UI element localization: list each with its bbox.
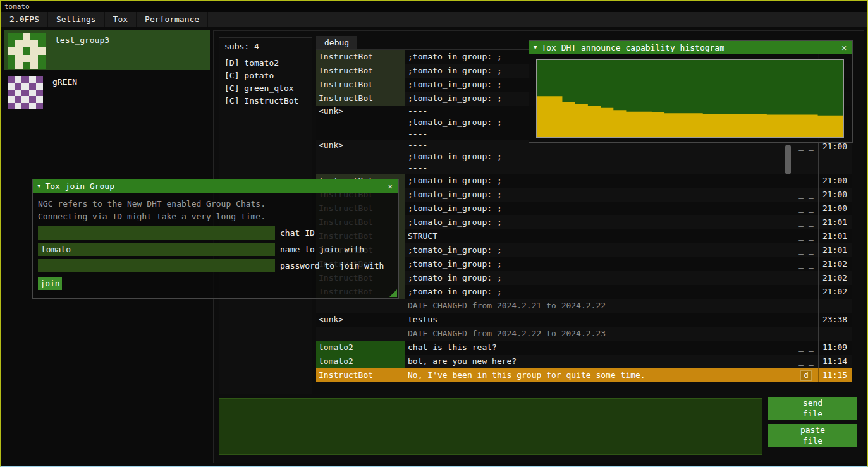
message-flags: _ _	[794, 202, 818, 215]
fps-counter: 2.0FPS	[1, 12, 48, 27]
message-text: ;tomato_in_group: ;	[405, 271, 794, 285]
collapse-arrow-icon[interactable]: ▼	[37, 179, 40, 193]
histogram-plot-svg	[537, 60, 843, 137]
join-name-label: name to join with	[280, 245, 364, 254]
message-timestamp: 21:02	[818, 285, 852, 299]
send-file-button[interactable]: send file	[768, 397, 857, 420]
message-timestamp: 11:09	[818, 341, 852, 355]
message-sender: tomato2	[316, 355, 405, 368]
chat-id-label: chat ID	[280, 228, 315, 238]
dht-histogram-body	[529, 54, 852, 142]
message-timestamp: 11:15	[818, 368, 852, 382]
collapse-arrow-icon[interactable]: ▼	[534, 41, 537, 54]
message-text: chat is this real?	[405, 341, 794, 355]
message-sender: <unk>	[316, 140, 405, 174]
paste-file-button-line2: file	[768, 435, 857, 446]
message-timestamp: 21:01	[818, 215, 852, 229]
menu-item-settings[interactable]: Settings	[48, 12, 105, 27]
chat-message-row[interactable]: DATE CHANGED from 2024.2.21 to 2024.2.22	[316, 299, 852, 313]
chat-message-row[interactable]: InstructBot No, I've been in this group …	[316, 368, 852, 382]
resize-grip[interactable]	[389, 289, 397, 297]
message-text: No, I've been in this group for quite so…	[405, 368, 794, 382]
chat-message-row[interactable]: DATE CHANGED from 2024.2.22 to 2024.2.23	[316, 327, 852, 341]
message-flags: d	[794, 368, 818, 382]
message-timestamp: 23:38	[818, 313, 852, 327]
sidebar-item-green[interactable]: gREEN	[4, 72, 210, 111]
send-file-button-line1: send	[768, 397, 857, 408]
group-name: test_group3	[55, 35, 109, 66]
app-window: tomato 2.0FPS Settings Tox Performance t…	[0, 0, 868, 467]
dht-histogram-title: Tox DHT announce capability histogram	[541, 41, 724, 54]
message-flags: _ _	[794, 174, 818, 188]
close-icon[interactable]: ✕	[386, 179, 394, 193]
menu-item-performance[interactable]: Performance	[137, 12, 208, 27]
message-sender: InstructBot	[316, 50, 405, 64]
chat-message-row[interactable]: <unk> testus _ _ 23:38	[316, 313, 852, 327]
message-sender: <unk>	[316, 313, 405, 327]
message-flags: _ _	[794, 341, 818, 355]
message-timestamp	[818, 299, 852, 313]
message-text: ;tomato_in_group: ;	[405, 285, 794, 299]
join-password-field[interactable]	[38, 259, 275, 272]
tab-debug[interactable]: debug	[316, 36, 357, 49]
join-group-window: ▼ Tox join Group ✕ NGC refers to the New…	[33, 179, 398, 298]
member-potato[interactable]: [C] potato	[219, 70, 312, 82]
message-timestamp: 21:00	[818, 140, 852, 174]
message-sender: InstructBot	[316, 78, 405, 92]
subscribers-header: subs: 4	[219, 38, 312, 57]
message-flags: _ _	[794, 188, 818, 202]
message-timestamp: 21:00	[818, 174, 852, 188]
message-sender: <unk>	[316, 106, 405, 140]
sidebar-item-test-group3[interactable]: test_group3	[4, 30, 210, 70]
member-green-qtox[interactable]: [C] green_qtox	[219, 82, 312, 95]
message-text: testus	[405, 313, 794, 327]
message-timestamp: 21:01	[818, 243, 852, 257]
histogram-plot[interactable]	[536, 59, 844, 138]
join-group-titlebar: ▼ Tox join Group ✕	[33, 179, 398, 193]
message-flags: _ _	[794, 215, 818, 229]
join-button[interactable]: join	[38, 277, 62, 290]
message-text: bot, are you new here?	[405, 355, 794, 368]
message-timestamp: 21:02	[818, 257, 852, 271]
message-text: ;tomato_in_group: ;	[405, 215, 794, 229]
join-group-title: Tox join Group	[45, 179, 114, 193]
message-flags: _ _	[794, 285, 818, 299]
window-titlebar: tomato	[1, 1, 867, 12]
member-instructbot[interactable]: [C] InstructBot	[219, 95, 312, 107]
window-title: tomato	[4, 3, 30, 11]
message-flags: _ _	[794, 229, 818, 243]
chat-message-row[interactable]: tomato2 bot, are you new here? _ _ 11:14	[316, 355, 852, 368]
chat-scrollbar-thumb[interactable]	[785, 145, 791, 174]
close-icon[interactable]: ✕	[840, 41, 848, 54]
message-timestamp: 11:14	[818, 355, 852, 368]
message-timestamp	[818, 327, 852, 341]
message-sender	[316, 299, 405, 313]
message-timestamp: 21:02	[818, 271, 852, 285]
chat-id-field[interactable]	[38, 226, 275, 240]
join-name-field[interactable]: tomato	[38, 243, 275, 256]
join-password-label: password to join with	[280, 261, 384, 270]
message-text: DATE CHANGED from 2024.2.21 to 2024.2.22	[405, 299, 794, 313]
chat-message-row[interactable]: tomato2 chat is this real? _ _ 11:09	[316, 341, 852, 355]
message-flags: _ _	[794, 243, 818, 257]
paste-file-button[interactable]: paste file	[768, 424, 857, 447]
menu-bar: 2.0FPS Settings Tox Performance	[1, 12, 867, 27]
message-flags: _ _	[794, 140, 818, 174]
message-sender	[316, 327, 405, 341]
message-flags: _ _	[794, 271, 818, 285]
menu-item-tox[interactable]: Tox	[105, 12, 137, 27]
message-sender: InstructBot	[316, 92, 405, 106]
chat-message-row[interactable]: <unk> ----;tomato_in_group: ;---- _ _ 21…	[316, 140, 852, 174]
ngc-info-line1: NGC refers to the New DHT enabled Group …	[38, 198, 393, 210]
message-text: ;tomato_in_group: ;	[405, 174, 794, 188]
message-sender: tomato2	[316, 341, 405, 355]
message-text: STRUCT	[405, 229, 794, 243]
group-avatar	[8, 76, 43, 109]
message-text: ;tomato_in_group: ;	[405, 257, 794, 271]
message-timestamp: 21:00	[818, 188, 852, 202]
message-input[interactable]	[219, 398, 762, 455]
group-name: gREEN	[52, 77, 77, 108]
message-text: ;tomato_in_group: ;	[405, 202, 794, 215]
message-sender: InstructBot	[316, 368, 405, 382]
member-tomato2[interactable]: [D] tomato2	[219, 57, 312, 70]
